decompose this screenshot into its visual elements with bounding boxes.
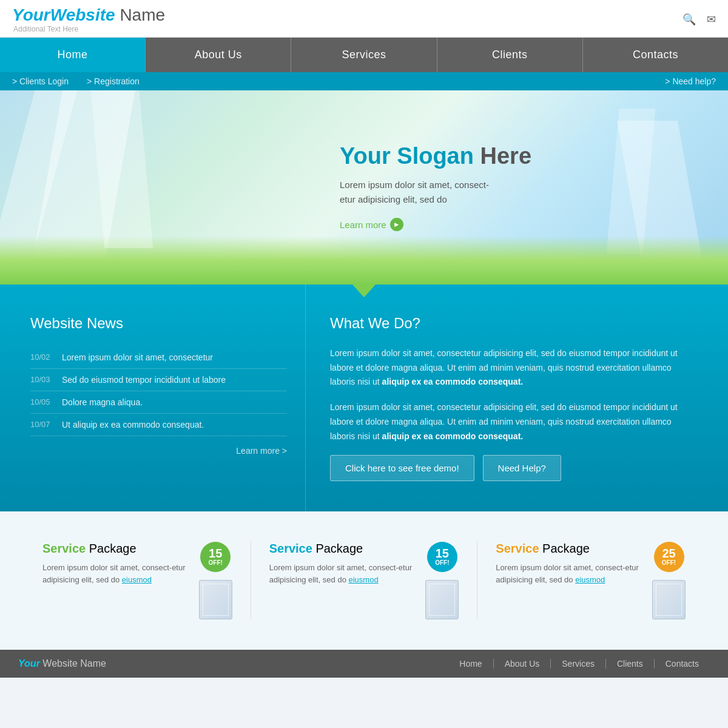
service-badge-3: 25 OFF! (654, 542, 684, 572)
footer-logo: Your Website Name (18, 658, 106, 669)
news-text-1: Lorem ipsum dolor sit amet, consectetur (62, 352, 287, 362)
badge-off-3: OFF! (662, 559, 676, 566)
slogan-bold-text: Your Slogan (340, 143, 474, 169)
package-box-1 (199, 580, 232, 619)
services-section: Service Package Lorem ipsum dolor sit am… (0, 511, 728, 650)
news-date-4: 10/07 (30, 420, 55, 430)
footer-nav-about[interactable]: About Us (494, 659, 551, 669)
nav-item-services[interactable]: Services (291, 38, 437, 72)
news-title: Website News (30, 315, 287, 332)
service-badge-area-3: 25 OFF! (652, 542, 686, 619)
hero-learn-more-link[interactable]: Learn more ► (340, 218, 403, 231)
news-text-2: Sed do eiusmod tempor incididunt ut labo… (62, 375, 287, 385)
footer-nav-services[interactable]: Services (551, 659, 606, 669)
need-help-link[interactable]: > Need help? (665, 76, 716, 86)
learn-more-text: Learn more (340, 220, 386, 230)
footer-logo-your: Your (18, 658, 40, 669)
blue-buttons-area: Click here to see free demo! Need Help? (330, 455, 698, 481)
hero-content: Your Slogan Here Lorem ipsum dolor sit a… (328, 131, 544, 243)
registration-link[interactable]: Registration (87, 76, 140, 86)
service-title-2: Service Package (269, 542, 416, 556)
service-card-2: Service Package Lorem ipsum dolor sit am… (251, 542, 478, 619)
service-title-1: Service Package (42, 542, 189, 556)
badge-off-2: OFF! (435, 559, 449, 566)
news-item-4[interactable]: 10/07 Ut aliquip ex ea commodo consequat… (30, 414, 287, 436)
what-we-do-title: What We Do? (330, 315, 698, 332)
service-word-2: Service (269, 542, 312, 555)
footer: Your Website Name Home About Us Services… (0, 650, 728, 678)
footer-nav-home[interactable]: Home (448, 659, 493, 669)
main-nav: Home About Us Services Clients Contacts (0, 38, 728, 72)
service-badge-area-1: 15 OFF! (199, 542, 232, 619)
nav-item-clients[interactable]: Clients (437, 38, 583, 72)
badge-number-3: 25 (662, 547, 675, 559)
blue-section: Website News 10/02 Lorem ipsum dolor sit… (0, 285, 728, 511)
what-we-do-para2: Lorem ipsum dolor sit amet, consectetur … (330, 400, 698, 443)
news-panel: Website News 10/02 Lorem ipsum dolor sit… (0, 285, 306, 511)
service-info-3: Service Package Lorem ipsum dolor sit am… (496, 542, 642, 587)
footer-nav-clients[interactable]: Clients (606, 659, 655, 669)
sub-nav-left: Clients Login Registration (12, 76, 140, 86)
nav-item-home[interactable]: Home (0, 38, 146, 72)
package-box-3 (652, 580, 686, 619)
clients-login-link[interactable]: Clients Login (12, 76, 69, 86)
logo-name-text: Name (115, 5, 165, 24)
service-link-3[interactable]: eiusmod (575, 575, 605, 584)
slogan-here-text: Here (474, 143, 531, 169)
footer-nav: Home About Us Services Clients Contacts (448, 659, 710, 669)
service-badge-1: 15 OFF! (200, 542, 231, 572)
news-learn-more-link[interactable]: Learn more > (30, 446, 287, 456)
nav-item-contacts[interactable]: Contacts (583, 38, 728, 72)
what-we-do-para1: Lorem ipsum dolor sit amet, consectetur … (330, 346, 698, 389)
hero-slogan: Your Slogan Here (340, 143, 531, 169)
service-info-2: Service Package Lorem ipsum dolor sit am… (269, 542, 416, 587)
news-item-1[interactable]: 10/02 Lorem ipsum dolor sit amet, consec… (30, 346, 287, 369)
service-card-1: Service Package Lorem ipsum dolor sit am… (24, 542, 251, 619)
service-word-3: Service (496, 542, 539, 555)
service-card-3: Service Package Lorem ipsum dolor sit am… (477, 542, 704, 619)
blue-arrow-decoration (352, 284, 376, 297)
news-date-3: 10/05 (30, 397, 55, 407)
news-text-3: Dolore magna aliqua. (62, 397, 287, 407)
news-date-1: 10/02 (30, 352, 55, 362)
service-text-2: Lorem ipsum dolor sit amet, consect-etur… (269, 562, 416, 587)
nav-item-about[interactable]: About Us (146, 38, 291, 72)
logo-website-text: Website (50, 5, 115, 24)
service-text-3: Lorem ipsum dolor sit amet, consect-etur… (496, 562, 642, 587)
news-date-2: 10/03 (30, 375, 55, 385)
service-link-1[interactable]: eiusmod (122, 575, 152, 584)
service-badge-2: 15 OFF! (427, 542, 457, 572)
logo-your-text: Your (12, 5, 50, 24)
footer-logo-rest: Website Name (42, 658, 106, 669)
badge-number-2: 15 (436, 547, 449, 559)
hero-description: Lorem ipsum dolor sit amet, consect-etur… (340, 178, 531, 207)
footer-nav-contacts[interactable]: Contacts (655, 659, 710, 669)
service-word-1: Service (42, 542, 86, 555)
demo-button[interactable]: Click here to see free demo! (330, 455, 474, 481)
service-title-3: Service Package (496, 542, 642, 556)
package-box-2 (425, 580, 459, 619)
logo-area: YourWebsite Name Additional Text Here (12, 6, 165, 33)
sub-nav: Clients Login Registration > Need help? (0, 72, 728, 90)
what-we-do-panel: What We Do? Lorem ipsum dolor sit amet, … (306, 285, 728, 511)
news-item-2[interactable]: 10/03 Sed do eiusmod tempor incididunt u… (30, 369, 287, 391)
news-list: 10/02 Lorem ipsum dolor sit amet, consec… (30, 346, 287, 436)
service-badge-area-2: 15 OFF! (425, 542, 459, 619)
header: YourWebsite Name Additional Text Here 🔍 … (0, 0, 728, 38)
service-text-1: Lorem ipsum dolor sit amet, consect-etur… (42, 562, 189, 587)
mail-icon[interactable]: ✉ (707, 13, 716, 26)
service-info-1: Service Package Lorem ipsum dolor sit am… (42, 542, 189, 587)
logo-main: YourWebsite Name (12, 6, 165, 25)
news-item-3[interactable]: 10/05 Dolore magna aliqua. (30, 391, 287, 414)
badge-number-1: 15 (209, 547, 222, 559)
logo-subtitle: Additional Text Here (12, 25, 165, 33)
news-text-4: Ut aliquip ex ea commodo consequat. (62, 420, 287, 430)
service-link-2[interactable]: eiusmod (348, 575, 378, 584)
search-icon[interactable]: 🔍 (682, 13, 696, 26)
help-button[interactable]: Need Help? (483, 455, 561, 481)
hero-section: Your Slogan Here Lorem ipsum dolor sit a… (0, 90, 728, 285)
badge-off-1: OFF! (209, 559, 223, 566)
header-icons: 🔍 ✉ (682, 13, 716, 26)
learn-more-arrow-icon: ► (390, 218, 403, 231)
